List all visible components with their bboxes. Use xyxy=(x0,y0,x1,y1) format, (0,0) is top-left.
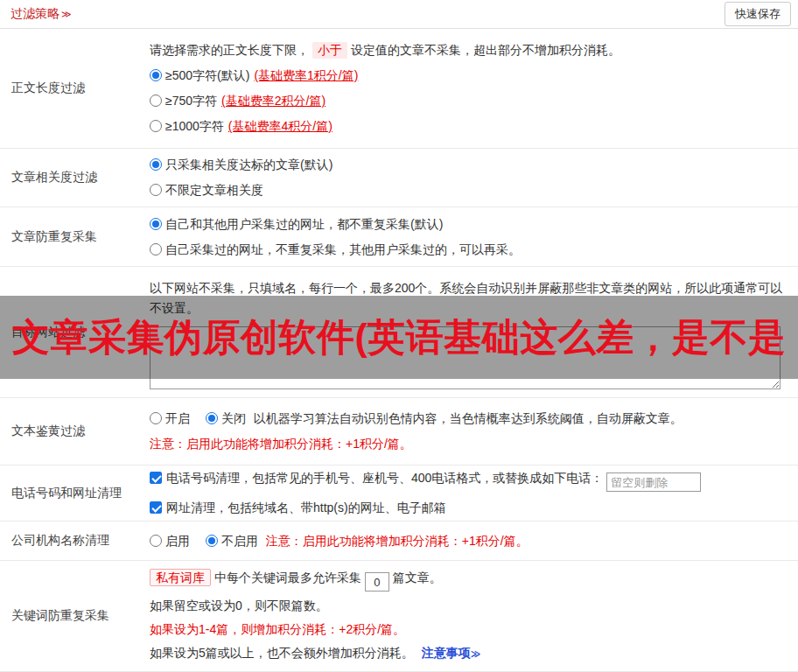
radio-company-on[interactable]: 启用 xyxy=(150,534,193,548)
option-label: 启用 xyxy=(165,534,190,548)
watermark-text: 文章采集伪原创软件(英语基础这么差，是不是 xyxy=(0,312,787,363)
row-length-filter: 正文长度过滤 请选择需求的正文长度下限，小于设定值的文章不采集，超出部分不增加积… xyxy=(0,29,798,149)
option-label: 不启用 xyxy=(221,534,258,548)
option-label: 关闭 xyxy=(221,411,246,425)
row-label-dedup: 文章防重复采集 xyxy=(0,207,150,266)
length-intro-before: 请选择需求的正文长度下限， xyxy=(150,43,309,57)
radio-icon[interactable] xyxy=(206,535,218,547)
row-porn-filter: 文本鉴黄过滤 开启 关闭 以机器学习算法自动识别色情内容，当色情概率达到系统阈值… xyxy=(0,398,798,466)
double-chevron-icon: ≫ xyxy=(471,648,481,659)
radio-icon[interactable] xyxy=(150,94,162,107)
radio-icon[interactable] xyxy=(150,158,162,171)
keyword-limit-line3: 如果设为1-4篇，则增加积分消耗：+2积分/篇。 xyxy=(150,620,791,639)
row-label-length: 正文长度过滤 xyxy=(0,29,150,148)
filter-strategy-page: 过滤策略≫ 快速保存 正文长度过滤 请选择需求的正文长度下限，小于设定值的文章不… xyxy=(0,0,798,672)
length-intro-after: 设定值的文章不采集，超出部分不增加积分消耗。 xyxy=(351,43,620,57)
radio-length-750[interactable]: ≥750字符(基础费率2积分/篇) xyxy=(150,92,791,110)
option-label: ≥750字符 xyxy=(165,94,217,108)
page-header: 过滤策略≫ 快速保存 xyxy=(0,0,798,29)
company-cleanup-note: 注意：启用此功能将增加积分消耗：+1积分/篇。 xyxy=(266,534,528,548)
row-label-company: 公司机构名称清理 xyxy=(0,522,150,560)
radio-relevance-strict[interactable]: 只采集相关度达标的文章(默认) xyxy=(150,156,791,174)
keyword-count-input[interactable] xyxy=(365,572,389,592)
private-lexicon-tag: 私有词库 xyxy=(150,569,211,586)
row-company-cleanup: 公司机构名称清理 启用 不启用 注意：启用此功能将增加积分消耗：+1积分/篇。 xyxy=(0,522,798,561)
radio-dedup-self-only[interactable]: 自己采集过的网址，不重复采集，其他用户采集过的，可以再采。 xyxy=(150,241,791,259)
radio-length-500[interactable]: ≥500字符(默认)(基础费率1积分/篇) xyxy=(150,66,791,85)
radio-porn-off[interactable]: 关闭 xyxy=(206,411,249,425)
option-label: ≥1000字符 xyxy=(165,119,224,133)
option-label: 只采集相关度达标的文章(默认) xyxy=(165,158,332,172)
radio-dedup-all-users[interactable]: 自己和其他用户采集过的网址，都不重复采集(默认) xyxy=(150,215,791,234)
row-dedup-collection: 文章防重复采集 自己和其他用户采集过的网址，都不重复采集(默认) 自己采集过的网… xyxy=(0,207,798,267)
option-label: 自己和其他用户采集过的网址，都不重复采集(默认) xyxy=(165,217,443,231)
checkbox-icon[interactable] xyxy=(150,501,162,514)
page-title: 过滤策略≫ xyxy=(10,6,72,22)
checkbox-url-cleanup[interactable]: 网址清理，包括纯域名、带http(s)的网址、电子邮箱 xyxy=(150,500,446,514)
radio-icon[interactable] xyxy=(150,184,162,196)
keyword-limit-text-end: 篇文章。 xyxy=(393,570,442,584)
radio-icon[interactable] xyxy=(206,412,218,424)
radio-icon[interactable] xyxy=(150,243,162,256)
option-label: 电话号码清理，包括常见的手机号、座机号、400电话格式，或替换成如下电话： xyxy=(166,471,603,485)
length-intro: 请选择需求的正文长度下限，小于设定值的文章不采集，超出部分不增加积分消耗。 xyxy=(150,41,791,60)
radio-relevance-any[interactable]: 不限定文章相关度 xyxy=(150,181,791,200)
option-label: 开启 xyxy=(165,411,190,425)
chevron-down-icon: ≫ xyxy=(61,9,72,19)
option-note: (基础费率4积分/篇) xyxy=(228,119,332,133)
option-label: ≥500字符(默认) xyxy=(165,68,249,82)
radio-porn-on[interactable]: 开启 xyxy=(150,411,193,425)
quick-save-button[interactable]: 快速保存 xyxy=(724,2,791,26)
radio-icon[interactable] xyxy=(150,218,162,230)
option-label: 不限定文章相关度 xyxy=(165,183,263,197)
page-title-text: 过滤策略 xyxy=(10,6,60,20)
row-label-relevance: 文章相关度过滤 xyxy=(0,149,150,206)
checkbox-icon[interactable] xyxy=(150,472,162,484)
radio-icon[interactable] xyxy=(150,412,162,424)
row-label-porn: 文本鉴黄过滤 xyxy=(0,398,150,465)
option-label: 网址清理，包括纯域名、带http(s)的网址、电子邮箱 xyxy=(166,500,446,514)
notice-link[interactable]: 注意事项≫ xyxy=(422,646,481,660)
checkbox-phone-cleanup[interactable]: 电话号码清理，包括常见的手机号、座机号、400电话格式，或替换成如下电话： xyxy=(150,471,606,485)
row-relevance-filter: 文章相关度过滤 只采集相关度达标的文章(默认) 不限定文章相关度 xyxy=(0,149,798,207)
radio-icon[interactable] xyxy=(150,120,162,132)
notice-link-label: 注意事项 xyxy=(422,646,471,660)
row-keyword-limit: 关键词防重复采集 私有词库中每个关键词最多允许采集 篇文章。 如果留空或设为0，… xyxy=(0,561,798,672)
option-note: (基础费率2积分/篇) xyxy=(221,94,326,108)
radio-icon[interactable] xyxy=(150,535,162,547)
radio-company-off[interactable]: 不启用 xyxy=(206,534,262,548)
watermark-banner: 文章采集伪原创软件(英语基础这么差，是不是 xyxy=(0,296,798,379)
row-label-phone-url: 电话号码和网址清理 xyxy=(0,466,150,521)
porn-filter-note: 注意：启用此功能将增加积分消耗：+1积分/篇。 xyxy=(150,435,791,453)
option-note: (基础费率1积分/篇) xyxy=(254,68,358,82)
keyword-limit-text: 中每个关键词最多允许采集 xyxy=(214,570,361,584)
less-than-tag: 小于 xyxy=(312,42,347,59)
replacement-phone-input[interactable] xyxy=(606,472,701,492)
option-label: 自己采集过的网址，不重复采集，其他用户采集过的，可以再采。 xyxy=(165,242,521,256)
keyword-limit-line4: 如果设为5篇或以上，也不会额外增加积分消耗。 xyxy=(150,646,414,660)
radio-length-1000[interactable]: ≥1000字符(基础费率4积分/篇) xyxy=(150,117,791,136)
row-phone-url-cleanup: 电话号码和网址清理 电话号码清理，包括常见的手机号、座机号、400电话格式，或替… xyxy=(0,466,798,522)
row-label-keyword: 关键词防重复采集 xyxy=(0,561,150,671)
keyword-limit-line2: 如果留空或设为0，则不限篇数。 xyxy=(150,597,791,615)
porn-filter-desc: 以机器学习算法自动识别色情内容，当色情概率达到系统阈值，自动屏蔽文章。 xyxy=(254,411,682,425)
radio-icon[interactable] xyxy=(150,69,162,81)
